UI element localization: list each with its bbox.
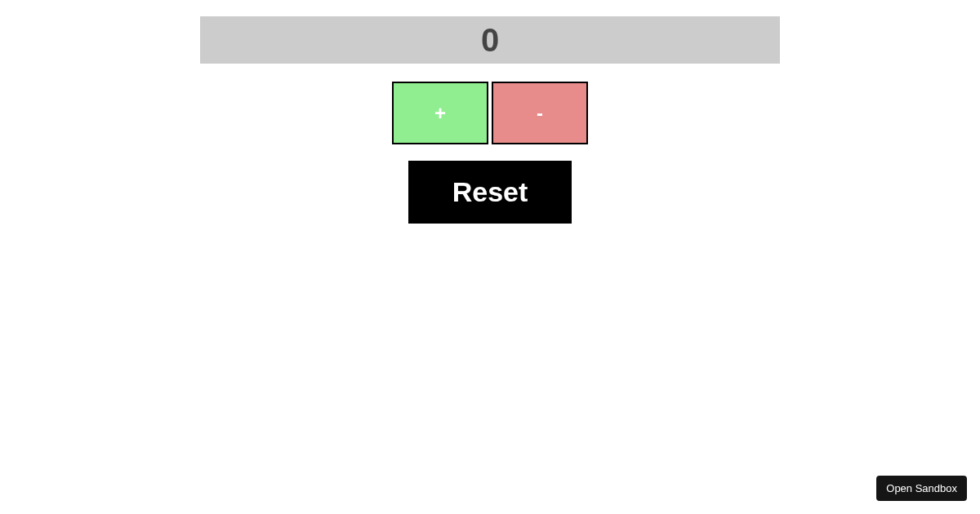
- reset-button[interactable]: Reset: [408, 161, 572, 224]
- increment-label: +: [434, 102, 446, 125]
- open-sandbox-button[interactable]: Open Sandbox: [876, 476, 967, 501]
- reset-label: Reset: [452, 176, 528, 208]
- decrement-button[interactable]: -: [492, 82, 588, 144]
- reset-row: Reset: [0, 161, 980, 224]
- counter-value: 0: [481, 22, 499, 59]
- decrement-label: -: [537, 102, 543, 125]
- open-sandbox-label: Open Sandbox: [886, 482, 957, 494]
- counter-app: 0 + - Reset: [0, 16, 980, 224]
- counter-display: 0: [200, 16, 780, 64]
- increment-button[interactable]: +: [392, 82, 488, 144]
- increment-decrement-row: + -: [0, 82, 980, 144]
